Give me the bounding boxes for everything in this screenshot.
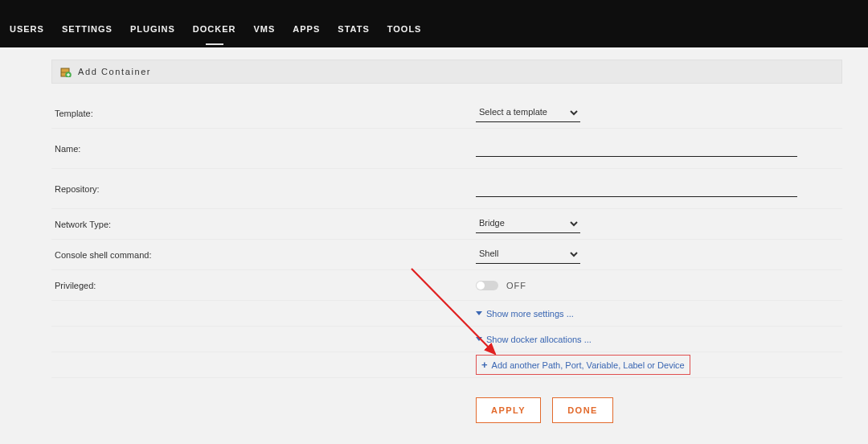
show-alloc-label: Show docker allocations ... [486, 335, 592, 344]
label-network: Network Type: [55, 220, 476, 229]
repository-input[interactable] [476, 180, 797, 197]
label-repository: Repository: [55, 184, 476, 194]
label-name: Name: [55, 144, 476, 154]
row-repository: Repository: [51, 169, 842, 209]
row-template: Template: Select a template [51, 98, 842, 129]
name-input[interactable] [476, 140, 797, 157]
chevron-down-icon [476, 337, 482, 341]
nav-docker[interactable]: DOCKER [193, 24, 236, 36]
nav-apps[interactable]: APPS [293, 24, 320, 36]
nav-plugins[interactable]: PLUGINS [130, 24, 175, 36]
nav-tools[interactable]: TOOLS [387, 24, 422, 36]
done-button[interactable]: DONE [552, 397, 613, 423]
action-row: APPLY DONE [51, 378, 842, 423]
add-another-link[interactable]: + Add another Path, Port, Variable, Labe… [476, 355, 690, 375]
nav-vms[interactable]: VMS [254, 24, 276, 36]
label-privileged: Privileged: [55, 281, 476, 290]
nav-users[interactable]: USERS [10, 24, 44, 36]
show-docker-allocations-link[interactable]: Show docker allocations ... [476, 335, 592, 344]
form-content: Template: Select a template Name: Reposi… [51, 98, 842, 423]
page-title: Add Container [78, 67, 151, 76]
row-privileged: Privileged: OFF [51, 270, 842, 301]
row-show-allocations: Show docker allocations ... [51, 327, 842, 352]
apply-button[interactable]: APPLY [476, 397, 541, 423]
chevron-down-icon [476, 311, 482, 315]
row-network: Network Type: Bridge [51, 209, 842, 240]
show-more-label: Show more settings ... [486, 309, 574, 319]
privileged-toggle-label: OFF [506, 281, 526, 290]
box-add-icon [60, 66, 72, 77]
template-select[interactable]: Select a template [476, 104, 580, 122]
show-more-settings-link[interactable]: Show more settings ... [476, 309, 574, 319]
label-template: Template: [55, 109, 476, 118]
console-select[interactable]: Shell [476, 245, 580, 264]
network-select[interactable]: Bridge [476, 215, 580, 233]
privileged-toggle[interactable] [476, 281, 498, 290]
row-name: Name: [51, 129, 842, 169]
nav-settings[interactable]: SETTINGS [62, 24, 113, 36]
row-show-more: Show more settings ... [51, 301, 842, 327]
label-console: Console shell command: [55, 250, 476, 260]
plus-icon: + [481, 359, 488, 371]
add-another-label: Add another Path, Port, Variable, Label … [492, 360, 685, 370]
top-nav: USERS SETTINGS PLUGINS DOCKER VMS APPS S… [0, 0, 868, 47]
row-console: Console shell command: Shell [51, 240, 842, 270]
row-add-another: + Add another Path, Port, Variable, Labe… [51, 352, 842, 378]
page-title-bar: Add Container [51, 60, 842, 84]
nav-stats[interactable]: STATS [338, 24, 369, 36]
